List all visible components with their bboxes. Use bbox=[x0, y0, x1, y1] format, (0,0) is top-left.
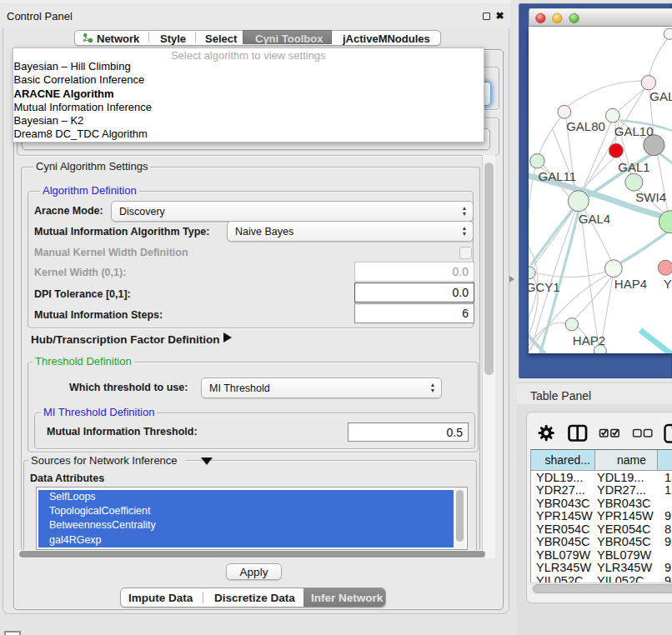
svg-text:HAP4: HAP4 bbox=[614, 277, 647, 291]
svg-text:HAP2: HAP2 bbox=[573, 332, 605, 347]
svg-text:GAL7: GAL7 bbox=[650, 88, 672, 102]
svg-text:GCY1: GCY1 bbox=[529, 280, 560, 294]
svg-text:GAL80: GAL80 bbox=[566, 118, 605, 132]
svg-text:YJ: YJ bbox=[664, 277, 672, 291]
svg-text:GAL4: GAL4 bbox=[579, 211, 610, 225]
svg-text:GAL11: GAL11 bbox=[539, 169, 577, 183]
svg-text:GAL1: GAL1 bbox=[619, 159, 650, 173]
svg-text:SWI4: SWI4 bbox=[636, 190, 667, 204]
svg-text:GAL10: GAL10 bbox=[614, 124, 654, 138]
